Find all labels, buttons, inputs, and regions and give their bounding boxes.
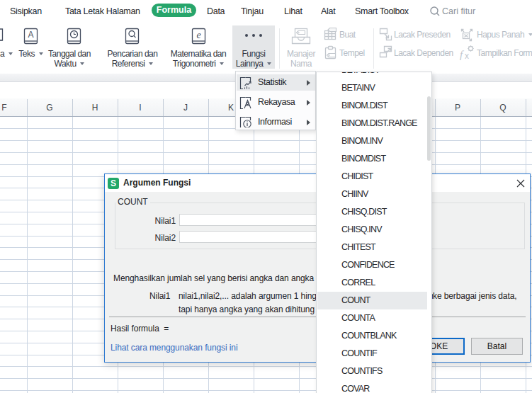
svg-text:A: A [28,30,33,40]
svg-text:x: x [465,51,469,61]
svg-text:f: f [460,49,464,60]
svg-text:e: e [196,30,200,40]
